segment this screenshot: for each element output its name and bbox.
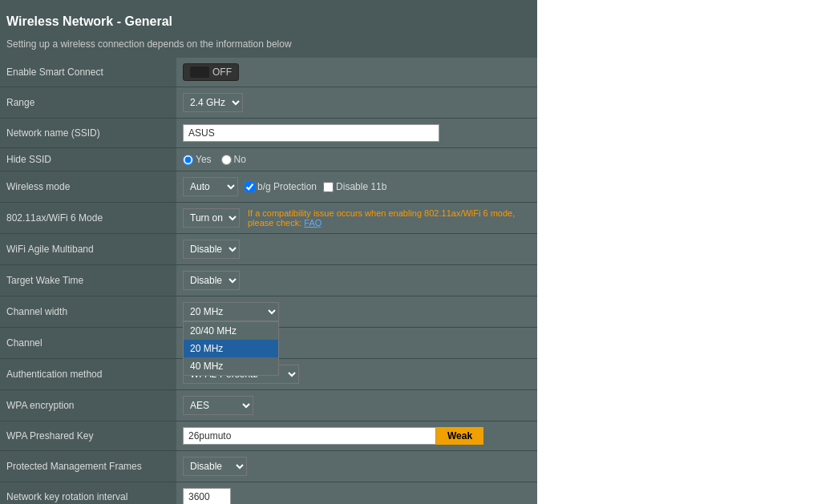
toggle-indicator xyxy=(190,67,209,78)
channel-width-select[interactable]: 20 MHz 20/40 MHz 40 MHz xyxy=(183,302,279,321)
disable-11b-label: Disable 11b xyxy=(336,181,386,192)
channel-width-dropdown: 20/40 MHz 20 MHz 40 MHz xyxy=(183,321,279,376)
psk-input[interactable] xyxy=(183,427,436,445)
wifi-agile-select[interactable]: Disable Enable xyxy=(183,240,240,259)
page-title: Wireless Network - General xyxy=(0,8,537,35)
psk-label: WPA Preshared Key xyxy=(0,421,176,451)
strength-badge: Weak xyxy=(436,427,483,445)
channel-option-20-40[interactable]: 20/40 MHz xyxy=(184,322,278,340)
channel-option-40[interactable]: 40 MHz xyxy=(184,357,278,375)
wpa-encryption-label: WPA encryption xyxy=(0,390,176,421)
channel-label: Channel xyxy=(0,328,176,359)
page-subtitle: Setting up a wireless connection depends… xyxy=(0,35,537,58)
smart-connect-label: Enable Smart Connect xyxy=(0,58,176,87)
hide-ssid-yes[interactable]: Yes xyxy=(183,154,212,165)
hide-ssid-no[interactable]: No xyxy=(221,154,246,165)
pmf-select[interactable]: Disable Enable Capable xyxy=(183,457,247,476)
smart-connect-state: OFF xyxy=(212,67,232,78)
hide-ssid-group: Yes No xyxy=(183,154,531,165)
rotation-input[interactable] xyxy=(183,488,231,504)
smart-connect-toggle[interactable]: OFF xyxy=(183,63,239,81)
target-wake-select[interactable]: Disable Enable xyxy=(183,271,240,290)
rotation-label: Network key rotation interval xyxy=(0,482,176,505)
wifi6-note: If a compatibility issue occurs when ena… xyxy=(248,208,520,228)
wifi6-cell: Turn on Turn off If a compatibility issu… xyxy=(183,208,531,228)
bg-protection-check[interactable]: b/g Protection xyxy=(245,181,317,192)
ssid-input[interactable] xyxy=(183,124,439,142)
channel-option-20[interactable]: 20 MHz xyxy=(184,340,278,357)
wpa-encryption-select[interactable]: AES TKIP TKIP+AES xyxy=(183,396,253,415)
range-label: Range xyxy=(0,87,176,119)
pmf-label: Protected Management Frames xyxy=(0,451,176,482)
auth-method-label: Authentication method xyxy=(0,359,176,390)
right-panel xyxy=(537,0,821,504)
bg-protection-label: b/g Protection xyxy=(257,181,317,192)
wireless-mode-select[interactable]: Auto N Only Legacy xyxy=(183,177,238,196)
psk-row: Weak xyxy=(183,427,531,445)
wifi6-select[interactable]: Turn on Turn off xyxy=(183,208,240,228)
wifi6-label: 802.11ax/WiFi 6 Mode xyxy=(0,203,176,234)
target-wake-label: Target Wake Time xyxy=(0,265,176,296)
wireless-mode-label: Wireless mode xyxy=(0,171,176,203)
hide-ssid-label: Hide SSID xyxy=(0,148,176,171)
disable-11b-check[interactable]: Disable 11b xyxy=(323,181,386,192)
wifi-agile-label: WiFi Agile Multiband xyxy=(0,234,176,265)
channel-width-container: 20 MHz 20/40 MHz 40 MHz 20/40 MHz 20 MHz… xyxy=(183,302,279,321)
ssid-label: Network name (SSID) xyxy=(0,119,176,148)
channel-width-label: Channel width xyxy=(0,296,176,328)
faq-link[interactable]: FAQ xyxy=(304,218,322,228)
range-select[interactable]: 2.4 GHz 5 GHz xyxy=(183,93,243,112)
